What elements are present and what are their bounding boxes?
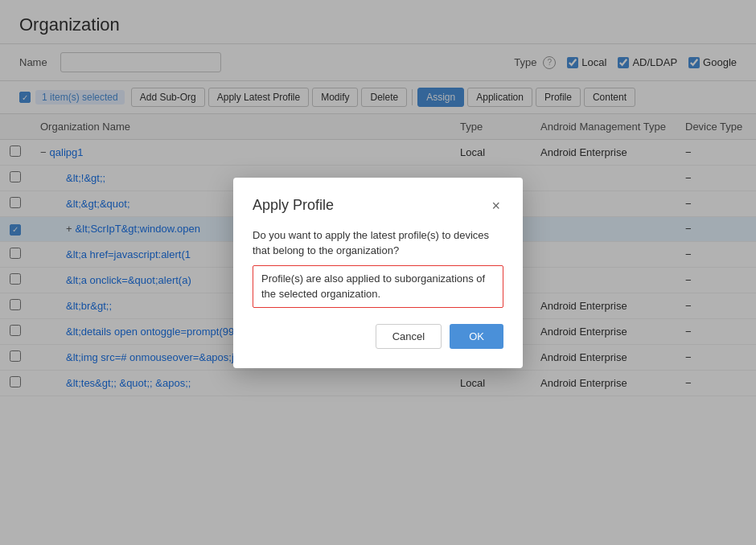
modal-title: Apply Profile: [253, 197, 334, 214]
apply-profile-modal: Apply Profile × Do you want to apply the…: [233, 178, 523, 368]
modal-close-button[interactable]: ×: [488, 197, 503, 215]
modal-header: Apply Profile ×: [253, 197, 503, 215]
ok-button[interactable]: OK: [450, 324, 503, 349]
modal-highlight-text: Profile(s) are also applied to suborgani…: [261, 272, 485, 301]
modal-body: Do you want to apply the latest profile(…: [253, 227, 503, 308]
cancel-button[interactable]: Cancel: [376, 324, 442, 349]
modal-footer: Cancel OK: [253, 324, 503, 349]
page-container: Organization Name Type ? Local AD/LDAP G…: [0, 0, 756, 545]
modal-body-text: Do you want to apply the latest profile(…: [253, 227, 503, 259]
modal-overlay: Apply Profile × Do you want to apply the…: [0, 0, 756, 545]
modal-highlight-box: Profile(s) are also applied to suborgani…: [253, 265, 503, 308]
